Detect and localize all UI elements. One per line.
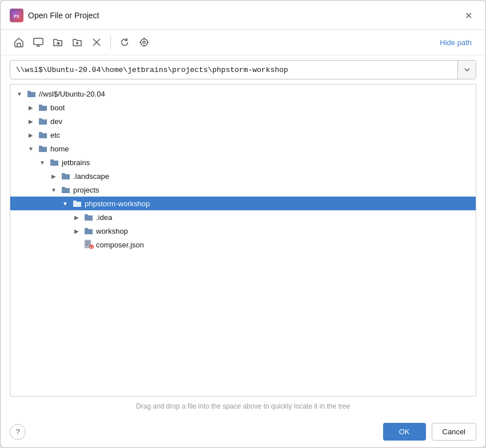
refresh-button[interactable] (115, 33, 134, 51)
tree-item-phpstorm-workshop[interactable]: ▼ phpstorm-workshop (10, 197, 476, 210)
folder-up-button[interactable] (49, 33, 67, 51)
item-label: etc (50, 131, 60, 139)
svg-text:{}: {} (90, 246, 93, 249)
item-label: //wsl$/Ubuntu-20.04 (39, 90, 105, 98)
item-label: .landscape (73, 172, 109, 181)
tree-item-projects[interactable]: ▼ projects (10, 183, 476, 197)
chevron-icon: ▼ (49, 185, 58, 194)
folder-icon (83, 226, 94, 236)
chevron-icon: ▶ (26, 117, 35, 126)
folder-icon (38, 130, 48, 140)
delete-button[interactable] (87, 33, 106, 51)
locate-button[interactable] (135, 33, 153, 51)
path-bar (10, 60, 476, 79)
folder-icon (72, 198, 82, 209)
close-button[interactable]: ✕ (460, 7, 476, 23)
home-button[interactable] (10, 33, 28, 51)
drag-hint: Drag and drop a file into the space abov… (1, 397, 485, 416)
svg-rect-14 (86, 245, 89, 246)
chevron-icon: ▶ (72, 213, 81, 222)
folder-icon (38, 116, 48, 126)
svg-point-6 (143, 41, 145, 43)
help-button[interactable]: ? (10, 424, 26, 440)
folder-icon (26, 89, 37, 99)
chevron-icon: ▼ (26, 144, 35, 153)
tree-item-landscape[interactable]: ▶ .landscape (10, 169, 476, 183)
toolbar-separator (110, 35, 111, 49)
title-bar: PS Open File or Project ✕ (1, 1, 485, 30)
item-label: jetbrains (62, 158, 90, 167)
tree-item-boot[interactable]: ▶ boot (10, 101, 476, 114)
tree-item-workshop[interactable]: ▶ workshop (10, 224, 476, 238)
ok-button[interactable]: OK (383, 423, 426, 441)
new-folder-button[interactable] (68, 33, 86, 51)
chevron-icon: ▶ (26, 103, 35, 112)
chevron-icon: ▼ (38, 158, 47, 167)
dialog: PS Open File or Project ✕ (0, 0, 486, 448)
svg-text:PS: PS (14, 14, 19, 18)
tree-item-idea[interactable]: ▶ .idea (10, 210, 476, 224)
svg-rect-12 (86, 241, 90, 242)
file-tree: ▼ //wsl$/Ubuntu-20.04 ▶ boot ▶ (10, 84, 476, 397)
svg-rect-2 (34, 38, 43, 45)
bottom-bar: ? OK Cancel (1, 416, 485, 447)
svg-rect-13 (86, 243, 90, 244)
cancel-button[interactable]: Cancel (432, 423, 476, 441)
folder-icon (49, 157, 59, 167)
item-label: composer.json (96, 241, 144, 249)
folder-icon (38, 143, 48, 154)
tree-item-home[interactable]: ▼ home (10, 142, 476, 155)
item-label: workshop (96, 227, 128, 235)
desktop-button[interactable] (29, 33, 47, 51)
item-label: home (50, 145, 69, 153)
dialog-title: Open File or Project (28, 11, 99, 20)
chevron-icon: ▶ (72, 226, 81, 235)
tree-item-etc[interactable]: ▶ etc (10, 128, 476, 142)
hide-path-button[interactable]: Hide path (435, 36, 476, 49)
item-label: dev (50, 117, 62, 126)
tree-item-jetbrains[interactable]: ▼ jetbrains (10, 155, 476, 169)
path-dropdown-button[interactable] (457, 61, 476, 79)
item-label: .idea (96, 213, 112, 222)
file-icon: {} (83, 239, 94, 250)
tree-item-composer-json[interactable]: {} composer.json (10, 238, 476, 251)
folder-icon (61, 185, 71, 195)
folder-icon (83, 212, 94, 222)
app-icon: PS (10, 9, 23, 22)
item-label: projects (73, 186, 99, 194)
chevron-icon: ▶ (26, 130, 35, 139)
path-input[interactable] (10, 62, 457, 78)
svg-point-5 (141, 39, 148, 46)
chevron-icon: ▶ (49, 171, 58, 181)
item-label: boot (50, 103, 65, 112)
chevron-icon: ▼ (61, 199, 70, 208)
tree-item-wsl[interactable]: ▼ //wsl$/Ubuntu-20.04 (10, 87, 476, 101)
tree-item-dev[interactable]: ▶ dev (10, 114, 476, 128)
folder-icon (38, 102, 48, 113)
toolbar: Hide path (1, 30, 485, 55)
chevron-icon: ▼ (15, 89, 24, 98)
folder-icon (61, 171, 71, 181)
item-label: phpstorm-workshop (85, 199, 150, 208)
